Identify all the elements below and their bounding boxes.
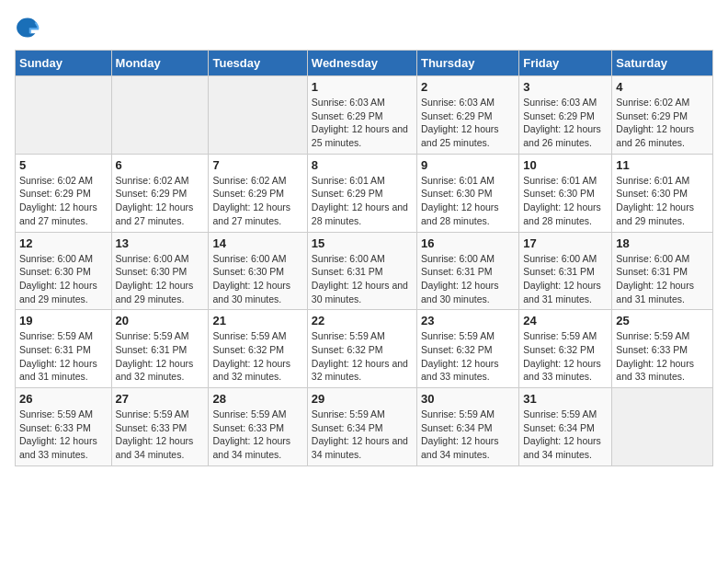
calendar-cell bbox=[612, 388, 713, 466]
calendar-cell: 20Sunrise: 5:59 AM Sunset: 6:31 PM Dayli… bbox=[111, 310, 209, 388]
weekday-header-row: SundayMondayTuesdayWednesdayThursdayFrid… bbox=[16, 51, 713, 76]
day-number: 7 bbox=[212, 158, 302, 172]
calendar-cell: 27Sunrise: 5:59 AM Sunset: 6:33 PM Dayli… bbox=[111, 388, 209, 466]
day-info: Sunrise: 5:59 AM Sunset: 6:33 PM Dayligh… bbox=[19, 408, 108, 462]
calendar-cell: 30Sunrise: 5:59 AM Sunset: 6:34 PM Dayli… bbox=[416, 388, 518, 466]
day-info: Sunrise: 6:02 AM Sunset: 6:29 PM Dayligh… bbox=[212, 174, 302, 228]
calendar-cell: 21Sunrise: 5:59 AM Sunset: 6:32 PM Dayli… bbox=[209, 310, 307, 388]
day-number: 1 bbox=[312, 80, 413, 94]
day-number: 30 bbox=[421, 392, 515, 406]
day-info: Sunrise: 6:03 AM Sunset: 6:29 PM Dayligh… bbox=[312, 96, 413, 150]
day-number: 15 bbox=[312, 236, 413, 250]
calendar-cell: 17Sunrise: 6:00 AM Sunset: 6:31 PM Dayli… bbox=[519, 232, 612, 310]
day-number: 24 bbox=[523, 314, 608, 327]
calendar-cell: 29Sunrise: 5:59 AM Sunset: 6:34 PM Dayli… bbox=[307, 388, 416, 466]
calendar-cell: 23Sunrise: 5:59 AM Sunset: 6:32 PM Dayli… bbox=[416, 310, 518, 388]
calendar-cell: 25Sunrise: 5:59 AM Sunset: 6:33 PM Dayli… bbox=[612, 310, 713, 388]
day-number: 2 bbox=[421, 80, 515, 94]
day-number: 6 bbox=[116, 158, 205, 172]
weekday-header-saturday: Saturday bbox=[612, 51, 713, 76]
calendar-cell: 16Sunrise: 6:00 AM Sunset: 6:31 PM Dayli… bbox=[416, 232, 518, 310]
calendar-cell bbox=[111, 76, 209, 155]
day-number: 18 bbox=[616, 236, 709, 250]
calendar-cell: 24Sunrise: 5:59 AM Sunset: 6:32 PM Dayli… bbox=[519, 310, 612, 388]
day-info: Sunrise: 6:00 AM Sunset: 6:31 PM Dayligh… bbox=[312, 252, 413, 306]
calendar-cell: 31Sunrise: 5:59 AM Sunset: 6:34 PM Dayli… bbox=[519, 388, 612, 466]
day-info: Sunrise: 5:59 AM Sunset: 6:32 PM Dayligh… bbox=[421, 329, 515, 384]
day-info: Sunrise: 6:03 AM Sunset: 6:29 PM Dayligh… bbox=[421, 96, 515, 150]
day-number: 29 bbox=[312, 392, 413, 406]
day-number: 28 bbox=[212, 392, 302, 406]
day-number: 25 bbox=[616, 314, 709, 327]
day-info: Sunrise: 6:00 AM Sunset: 6:31 PM Dayligh… bbox=[523, 252, 608, 306]
weekday-header-wednesday: Wednesday bbox=[307, 51, 416, 76]
day-info: Sunrise: 5:59 AM Sunset: 6:32 PM Dayligh… bbox=[523, 329, 608, 384]
day-info: Sunrise: 6:00 AM Sunset: 6:31 PM Dayligh… bbox=[421, 252, 515, 306]
weekday-header-monday: Monday bbox=[111, 51, 209, 76]
day-info: Sunrise: 6:02 AM Sunset: 6:29 PM Dayligh… bbox=[19, 174, 108, 228]
calendar-cell: 4Sunrise: 6:02 AM Sunset: 6:29 PM Daylig… bbox=[612, 76, 713, 155]
day-number: 5 bbox=[19, 158, 108, 172]
day-number: 4 bbox=[616, 80, 709, 94]
calendar-week-row: 19Sunrise: 5:59 AM Sunset: 6:31 PM Dayli… bbox=[16, 310, 713, 388]
day-number: 12 bbox=[19, 236, 108, 250]
day-number: 9 bbox=[421, 158, 515, 172]
calendar-cell: 10Sunrise: 6:01 AM Sunset: 6:30 PM Dayli… bbox=[519, 154, 612, 232]
calendar-cell: 8Sunrise: 6:01 AM Sunset: 6:29 PM Daylig… bbox=[307, 154, 416, 232]
day-info: Sunrise: 6:00 AM Sunset: 6:30 PM Dayligh… bbox=[116, 252, 205, 306]
day-number: 17 bbox=[523, 236, 608, 250]
day-number: 19 bbox=[19, 314, 108, 327]
day-info: Sunrise: 5:59 AM Sunset: 6:34 PM Dayligh… bbox=[312, 408, 413, 462]
calendar-cell bbox=[209, 76, 307, 155]
day-info: Sunrise: 6:00 AM Sunset: 6:31 PM Dayligh… bbox=[616, 252, 709, 306]
logo-icon bbox=[15, 15, 40, 40]
logo bbox=[15, 15, 42, 40]
calendar-cell: 22Sunrise: 5:59 AM Sunset: 6:32 PM Dayli… bbox=[307, 310, 416, 388]
day-number: 23 bbox=[421, 314, 515, 327]
calendar-cell bbox=[16, 76, 112, 155]
day-number: 13 bbox=[116, 236, 205, 250]
calendar-cell: 1Sunrise: 6:03 AM Sunset: 6:29 PM Daylig… bbox=[307, 76, 416, 155]
page-header bbox=[15, 15, 713, 40]
day-info: Sunrise: 5:59 AM Sunset: 6:31 PM Dayligh… bbox=[19, 329, 108, 384]
day-info: Sunrise: 6:03 AM Sunset: 6:29 PM Dayligh… bbox=[523, 96, 608, 150]
day-number: 20 bbox=[116, 314, 205, 327]
calendar-cell: 6Sunrise: 6:02 AM Sunset: 6:29 PM Daylig… bbox=[111, 154, 209, 232]
weekday-header-thursday: Thursday bbox=[416, 51, 518, 76]
weekday-header-tuesday: Tuesday bbox=[209, 51, 307, 76]
day-info: Sunrise: 6:01 AM Sunset: 6:30 PM Dayligh… bbox=[421, 174, 515, 228]
calendar-cell: 13Sunrise: 6:00 AM Sunset: 6:30 PM Dayli… bbox=[111, 232, 209, 310]
day-number: 22 bbox=[312, 314, 413, 327]
calendar-cell: 11Sunrise: 6:01 AM Sunset: 6:30 PM Dayli… bbox=[612, 154, 713, 232]
calendar-cell: 15Sunrise: 6:00 AM Sunset: 6:31 PM Dayli… bbox=[307, 232, 416, 310]
calendar-week-row: 12Sunrise: 6:00 AM Sunset: 6:30 PM Dayli… bbox=[16, 232, 713, 310]
day-number: 14 bbox=[212, 236, 302, 250]
day-info: Sunrise: 5:59 AM Sunset: 6:31 PM Dayligh… bbox=[116, 329, 205, 384]
day-info: Sunrise: 6:01 AM Sunset: 6:30 PM Dayligh… bbox=[616, 174, 709, 228]
calendar-week-row: 26Sunrise: 5:59 AM Sunset: 6:33 PM Dayli… bbox=[16, 388, 713, 466]
weekday-header-sunday: Sunday bbox=[16, 51, 112, 76]
day-info: Sunrise: 6:02 AM Sunset: 6:29 PM Dayligh… bbox=[616, 96, 709, 150]
day-number: 21 bbox=[212, 314, 302, 327]
calendar-cell: 9Sunrise: 6:01 AM Sunset: 6:30 PM Daylig… bbox=[416, 154, 518, 232]
day-number: 26 bbox=[19, 392, 108, 406]
calendar-week-row: 5Sunrise: 6:02 AM Sunset: 6:29 PM Daylig… bbox=[16, 154, 713, 232]
day-number: 3 bbox=[523, 80, 608, 94]
calendar-cell: 19Sunrise: 5:59 AM Sunset: 6:31 PM Dayli… bbox=[16, 310, 112, 388]
day-number: 31 bbox=[523, 392, 608, 406]
calendar-cell: 2Sunrise: 6:03 AM Sunset: 6:29 PM Daylig… bbox=[416, 76, 518, 155]
day-number: 8 bbox=[312, 158, 413, 172]
calendar-cell: 18Sunrise: 6:00 AM Sunset: 6:31 PM Dayli… bbox=[612, 232, 713, 310]
day-info: Sunrise: 5:59 AM Sunset: 6:33 PM Dayligh… bbox=[616, 329, 709, 384]
day-info: Sunrise: 5:59 AM Sunset: 6:34 PM Dayligh… bbox=[421, 408, 515, 462]
calendar-table: SundayMondayTuesdayWednesdayThursdayFrid… bbox=[15, 50, 713, 466]
day-info: Sunrise: 6:00 AM Sunset: 6:30 PM Dayligh… bbox=[19, 252, 108, 306]
calendar-cell: 28Sunrise: 5:59 AM Sunset: 6:33 PM Dayli… bbox=[209, 388, 307, 466]
calendar-cell: 7Sunrise: 6:02 AM Sunset: 6:29 PM Daylig… bbox=[209, 154, 307, 232]
day-info: Sunrise: 6:02 AM Sunset: 6:29 PM Dayligh… bbox=[116, 174, 205, 228]
day-info: Sunrise: 6:01 AM Sunset: 6:29 PM Dayligh… bbox=[312, 174, 413, 228]
day-info: Sunrise: 6:00 AM Sunset: 6:30 PM Dayligh… bbox=[212, 252, 302, 306]
day-info: Sunrise: 6:01 AM Sunset: 6:30 PM Dayligh… bbox=[523, 174, 608, 228]
calendar-cell: 5Sunrise: 6:02 AM Sunset: 6:29 PM Daylig… bbox=[16, 154, 112, 232]
day-info: Sunrise: 5:59 AM Sunset: 6:32 PM Dayligh… bbox=[312, 329, 413, 384]
